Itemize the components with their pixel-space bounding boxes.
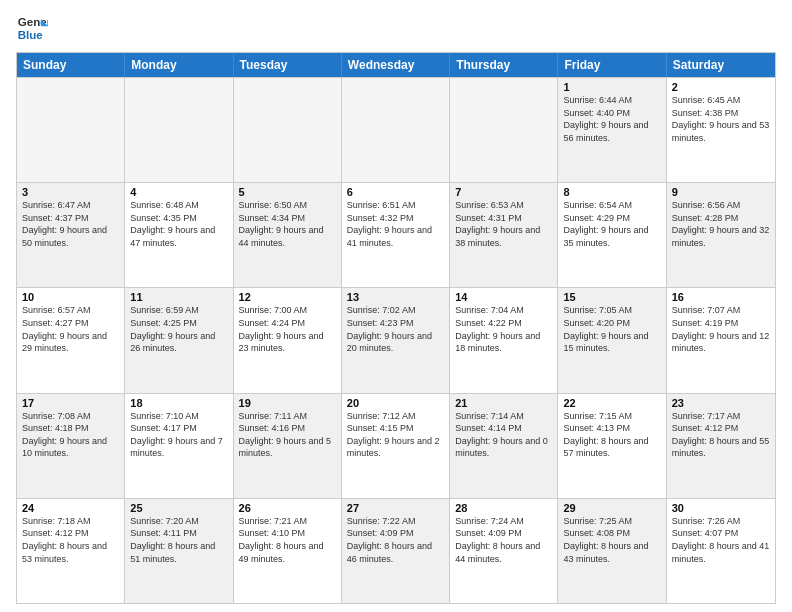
calendar-cell: 8Sunrise: 6:54 AM Sunset: 4:29 PM Daylig… bbox=[558, 183, 666, 287]
day-number: 7 bbox=[455, 186, 552, 198]
calendar-cell: 21Sunrise: 7:14 AM Sunset: 4:14 PM Dayli… bbox=[450, 394, 558, 498]
calendar-cell: 1Sunrise: 6:44 AM Sunset: 4:40 PM Daylig… bbox=[558, 78, 666, 182]
day-number: 2 bbox=[672, 81, 770, 93]
day-info: Sunrise: 7:20 AM Sunset: 4:11 PM Dayligh… bbox=[130, 515, 227, 565]
day-info: Sunrise: 6:56 AM Sunset: 4:28 PM Dayligh… bbox=[672, 199, 770, 249]
day-info: Sunrise: 6:57 AM Sunset: 4:27 PM Dayligh… bbox=[22, 304, 119, 354]
calendar-cell: 26Sunrise: 7:21 AM Sunset: 4:10 PM Dayli… bbox=[234, 499, 342, 603]
svg-text:Blue: Blue bbox=[18, 29, 44, 41]
day-number: 20 bbox=[347, 397, 444, 409]
calendar-row: 10Sunrise: 6:57 AM Sunset: 4:27 PM Dayli… bbox=[17, 287, 775, 392]
calendar-row: 24Sunrise: 7:18 AM Sunset: 4:12 PM Dayli… bbox=[17, 498, 775, 603]
day-info: Sunrise: 7:24 AM Sunset: 4:09 PM Dayligh… bbox=[455, 515, 552, 565]
calendar-cell: 20Sunrise: 7:12 AM Sunset: 4:15 PM Dayli… bbox=[342, 394, 450, 498]
logo: General Blue bbox=[16, 12, 48, 44]
day-number: 8 bbox=[563, 186, 660, 198]
weekday-header: Tuesday bbox=[234, 53, 342, 77]
calendar-cell: 30Sunrise: 7:26 AM Sunset: 4:07 PM Dayli… bbox=[667, 499, 775, 603]
day-info: Sunrise: 6:44 AM Sunset: 4:40 PM Dayligh… bbox=[563, 94, 660, 144]
day-number: 18 bbox=[130, 397, 227, 409]
day-info: Sunrise: 6:50 AM Sunset: 4:34 PM Dayligh… bbox=[239, 199, 336, 249]
day-number: 29 bbox=[563, 502, 660, 514]
day-number: 24 bbox=[22, 502, 119, 514]
page: General Blue SundayMondayTuesdayWednesda… bbox=[0, 0, 792, 612]
header: General Blue bbox=[16, 12, 776, 44]
day-info: Sunrise: 7:25 AM Sunset: 4:08 PM Dayligh… bbox=[563, 515, 660, 565]
weekday-header: Saturday bbox=[667, 53, 775, 77]
day-info: Sunrise: 7:14 AM Sunset: 4:14 PM Dayligh… bbox=[455, 410, 552, 460]
calendar-cell: 9Sunrise: 6:56 AM Sunset: 4:28 PM Daylig… bbox=[667, 183, 775, 287]
calendar-cell bbox=[450, 78, 558, 182]
day-info: Sunrise: 7:11 AM Sunset: 4:16 PM Dayligh… bbox=[239, 410, 336, 460]
calendar-cell: 29Sunrise: 7:25 AM Sunset: 4:08 PM Dayli… bbox=[558, 499, 666, 603]
calendar-row: 3Sunrise: 6:47 AM Sunset: 4:37 PM Daylig… bbox=[17, 182, 775, 287]
weekday-header: Sunday bbox=[17, 53, 125, 77]
day-number: 22 bbox=[563, 397, 660, 409]
day-number: 25 bbox=[130, 502, 227, 514]
calendar-cell: 3Sunrise: 6:47 AM Sunset: 4:37 PM Daylig… bbox=[17, 183, 125, 287]
day-number: 19 bbox=[239, 397, 336, 409]
day-info: Sunrise: 6:59 AM Sunset: 4:25 PM Dayligh… bbox=[130, 304, 227, 354]
day-number: 10 bbox=[22, 291, 119, 303]
day-info: Sunrise: 7:21 AM Sunset: 4:10 PM Dayligh… bbox=[239, 515, 336, 565]
calendar-cell bbox=[234, 78, 342, 182]
weekday-header: Monday bbox=[125, 53, 233, 77]
calendar-cell bbox=[125, 78, 233, 182]
calendar-cell: 23Sunrise: 7:17 AM Sunset: 4:12 PM Dayli… bbox=[667, 394, 775, 498]
calendar-cell: 18Sunrise: 7:10 AM Sunset: 4:17 PM Dayli… bbox=[125, 394, 233, 498]
day-info: Sunrise: 7:08 AM Sunset: 4:18 PM Dayligh… bbox=[22, 410, 119, 460]
calendar-cell: 16Sunrise: 7:07 AM Sunset: 4:19 PM Dayli… bbox=[667, 288, 775, 392]
weekday-header: Thursday bbox=[450, 53, 558, 77]
day-number: 26 bbox=[239, 502, 336, 514]
calendar: SundayMondayTuesdayWednesdayThursdayFrid… bbox=[16, 52, 776, 604]
weekday-header: Wednesday bbox=[342, 53, 450, 77]
day-number: 30 bbox=[672, 502, 770, 514]
day-info: Sunrise: 7:17 AM Sunset: 4:12 PM Dayligh… bbox=[672, 410, 770, 460]
day-info: Sunrise: 7:10 AM Sunset: 4:17 PM Dayligh… bbox=[130, 410, 227, 460]
day-info: Sunrise: 6:53 AM Sunset: 4:31 PM Dayligh… bbox=[455, 199, 552, 249]
day-info: Sunrise: 7:15 AM Sunset: 4:13 PM Dayligh… bbox=[563, 410, 660, 460]
day-info: Sunrise: 7:00 AM Sunset: 4:24 PM Dayligh… bbox=[239, 304, 336, 354]
day-info: Sunrise: 7:12 AM Sunset: 4:15 PM Dayligh… bbox=[347, 410, 444, 460]
calendar-cell: 17Sunrise: 7:08 AM Sunset: 4:18 PM Dayli… bbox=[17, 394, 125, 498]
day-info: Sunrise: 7:07 AM Sunset: 4:19 PM Dayligh… bbox=[672, 304, 770, 354]
calendar-cell: 12Sunrise: 7:00 AM Sunset: 4:24 PM Dayli… bbox=[234, 288, 342, 392]
day-number: 23 bbox=[672, 397, 770, 409]
calendar-cell: 25Sunrise: 7:20 AM Sunset: 4:11 PM Dayli… bbox=[125, 499, 233, 603]
day-number: 27 bbox=[347, 502, 444, 514]
day-number: 15 bbox=[563, 291, 660, 303]
day-number: 6 bbox=[347, 186, 444, 198]
calendar-cell: 7Sunrise: 6:53 AM Sunset: 4:31 PM Daylig… bbox=[450, 183, 558, 287]
day-info: Sunrise: 7:18 AM Sunset: 4:12 PM Dayligh… bbox=[22, 515, 119, 565]
day-number: 17 bbox=[22, 397, 119, 409]
calendar-cell bbox=[17, 78, 125, 182]
calendar-body: 1Sunrise: 6:44 AM Sunset: 4:40 PM Daylig… bbox=[17, 77, 775, 603]
day-number: 12 bbox=[239, 291, 336, 303]
calendar-row: 17Sunrise: 7:08 AM Sunset: 4:18 PM Dayli… bbox=[17, 393, 775, 498]
day-number: 3 bbox=[22, 186, 119, 198]
calendar-cell: 5Sunrise: 6:50 AM Sunset: 4:34 PM Daylig… bbox=[234, 183, 342, 287]
day-number: 4 bbox=[130, 186, 227, 198]
calendar-header: SundayMondayTuesdayWednesdayThursdayFrid… bbox=[17, 53, 775, 77]
day-info: Sunrise: 7:05 AM Sunset: 4:20 PM Dayligh… bbox=[563, 304, 660, 354]
day-info: Sunrise: 6:45 AM Sunset: 4:38 PM Dayligh… bbox=[672, 94, 770, 144]
day-info: Sunrise: 7:22 AM Sunset: 4:09 PM Dayligh… bbox=[347, 515, 444, 565]
calendar-cell: 4Sunrise: 6:48 AM Sunset: 4:35 PM Daylig… bbox=[125, 183, 233, 287]
day-info: Sunrise: 7:02 AM Sunset: 4:23 PM Dayligh… bbox=[347, 304, 444, 354]
weekday-header: Friday bbox=[558, 53, 666, 77]
day-info: Sunrise: 6:48 AM Sunset: 4:35 PM Dayligh… bbox=[130, 199, 227, 249]
day-number: 11 bbox=[130, 291, 227, 303]
day-number: 28 bbox=[455, 502, 552, 514]
day-number: 9 bbox=[672, 186, 770, 198]
calendar-cell: 22Sunrise: 7:15 AM Sunset: 4:13 PM Dayli… bbox=[558, 394, 666, 498]
day-number: 1 bbox=[563, 81, 660, 93]
calendar-cell: 11Sunrise: 6:59 AM Sunset: 4:25 PM Dayli… bbox=[125, 288, 233, 392]
calendar-cell: 2Sunrise: 6:45 AM Sunset: 4:38 PM Daylig… bbox=[667, 78, 775, 182]
calendar-cell: 19Sunrise: 7:11 AM Sunset: 4:16 PM Dayli… bbox=[234, 394, 342, 498]
calendar-cell: 28Sunrise: 7:24 AM Sunset: 4:09 PM Dayli… bbox=[450, 499, 558, 603]
calendar-cell bbox=[342, 78, 450, 182]
day-number: 5 bbox=[239, 186, 336, 198]
day-info: Sunrise: 7:26 AM Sunset: 4:07 PM Dayligh… bbox=[672, 515, 770, 565]
calendar-cell: 10Sunrise: 6:57 AM Sunset: 4:27 PM Dayli… bbox=[17, 288, 125, 392]
day-info: Sunrise: 6:54 AM Sunset: 4:29 PM Dayligh… bbox=[563, 199, 660, 249]
